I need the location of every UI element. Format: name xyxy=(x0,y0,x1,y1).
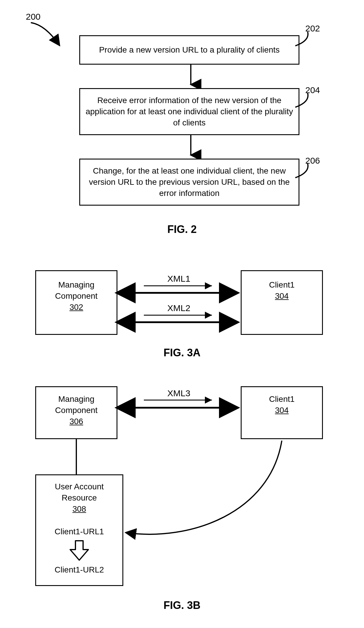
fig3b-uar-box: User Account Resource 308 Client1-URL1 C… xyxy=(35,474,123,586)
fig3a-managing-title: Managing Component xyxy=(41,279,111,302)
fig3a-caption: FIG. 3A xyxy=(0,347,364,359)
fig2-step2-text: Receive error information of the new ver… xyxy=(85,95,293,128)
fig3a-xml1-label: XML1 xyxy=(167,274,190,284)
fig2-step1-leader xyxy=(293,32,314,49)
fig2-step3-text: Change, for the at least one individual … xyxy=(85,165,293,199)
fig3a-client-box: Client1 304 xyxy=(241,270,323,335)
fig2-arrow-1-2 xyxy=(188,65,194,88)
fig3b-managing-num: 306 xyxy=(70,416,83,427)
fig3a-xml1-bold-arrow xyxy=(117,289,241,296)
fig3b-client-box: Client1 304 xyxy=(241,386,323,439)
fig3a-client-num: 304 xyxy=(275,291,289,302)
fig3a-client-title: Client1 xyxy=(269,279,294,291)
fig3a-xml2-bold-arrow xyxy=(117,319,241,326)
fig2-step2-leader xyxy=(293,93,314,111)
fig3a-xml2-arrow xyxy=(144,313,214,319)
fig2-step3-leader xyxy=(293,164,314,181)
fig2-corner-arrow xyxy=(28,22,66,48)
diagram-canvas: 200 Provide a new version URL to a plura… xyxy=(0,0,364,628)
fig2-step3-box: Change, for the at least one individual … xyxy=(79,159,299,206)
fig2-step1-box: Provide a new version URL to a plurality… xyxy=(79,35,299,65)
fig3b-xml3-bold-arrow xyxy=(117,404,241,411)
fig3b-xml3-arrow xyxy=(144,398,214,404)
fig3b-mgr-uar-connector xyxy=(75,439,78,474)
fig3b-managing-title: Managing Component xyxy=(41,394,111,416)
fig3b-caption: FIG. 3B xyxy=(0,599,364,612)
fig3b-client-title: Client1 xyxy=(269,394,294,405)
fig2-caption: FIG. 2 xyxy=(0,223,364,236)
down-arrow-outline-icon xyxy=(69,539,90,562)
fig3a-managing-box: Managing Component 302 xyxy=(35,270,117,335)
fig3a-xml1-arrow xyxy=(144,283,214,289)
fig3b-xml3-label: XML3 xyxy=(167,388,190,398)
fig3b-uar-num: 308 xyxy=(73,503,86,515)
fig3b-uar-url1: Client1-URL1 xyxy=(55,526,104,537)
fig3a-managing-num: 302 xyxy=(70,302,83,313)
fig3a-xml2-label: XML2 xyxy=(167,303,190,313)
fig2-arrow-2-3 xyxy=(188,135,194,159)
fig3b-client-num: 304 xyxy=(275,405,289,416)
fig2-step2-box: Receive error information of the new ver… xyxy=(79,88,299,135)
fig3b-uar-url2: Client1-URL2 xyxy=(55,564,104,575)
fig3b-client-uar-curve xyxy=(123,439,288,545)
fig2-step1-text: Provide a new version URL to a plurality… xyxy=(99,44,279,56)
fig2-number-200: 200 xyxy=(26,12,41,22)
fig3b-uar-title: User Account Resource xyxy=(41,481,117,503)
fig3b-managing-box: Managing Component 306 xyxy=(35,386,117,439)
